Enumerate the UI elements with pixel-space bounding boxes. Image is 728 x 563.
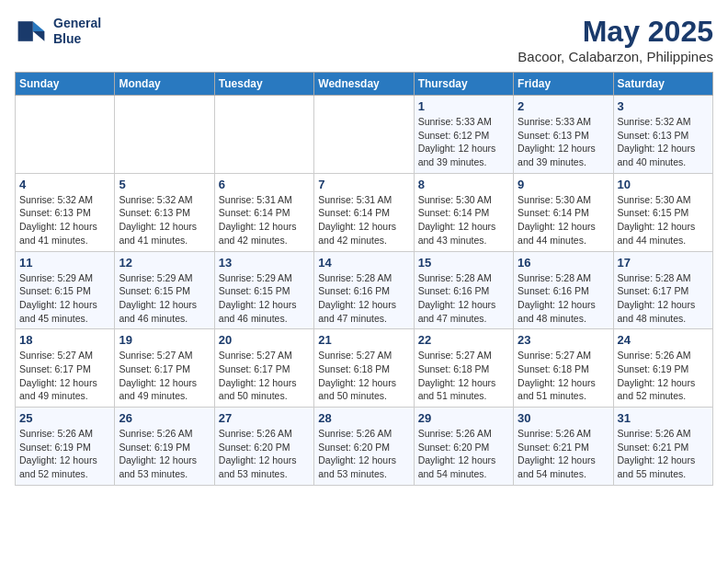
calendar-week-row: 11Sunrise: 5:29 AM Sunset: 6:15 PM Dayli… bbox=[16, 251, 713, 329]
day-info: Sunrise: 5:27 AM Sunset: 6:17 PM Dayligh… bbox=[119, 349, 210, 403]
day-info: Sunrise: 5:29 AM Sunset: 6:15 PM Dayligh… bbox=[119, 271, 210, 326]
column-header-thursday: Thursday bbox=[414, 73, 513, 96]
day-number: 8 bbox=[418, 178, 509, 191]
calendar-cell: 28Sunrise: 5:26 AM Sunset: 6:20 PM Dayli… bbox=[314, 408, 414, 486]
column-header-friday: Friday bbox=[514, 73, 613, 96]
title-block: May 2025 Bacoor, Calabarzon, Philippines bbox=[518, 15, 713, 64]
calendar-week-row: 1Sunrise: 5:33 AM Sunset: 6:12 PM Daylig… bbox=[16, 96, 713, 174]
calendar-cell: 19Sunrise: 5:27 AM Sunset: 6:17 PM Dayli… bbox=[115, 329, 214, 408]
day-number: 6 bbox=[219, 178, 310, 191]
day-number: 5 bbox=[119, 178, 210, 191]
calendar-cell: 1Sunrise: 5:33 AM Sunset: 6:12 PM Daylig… bbox=[414, 96, 513, 174]
calendar-cell: 9Sunrise: 5:30 AM Sunset: 6:14 PM Daylig… bbox=[514, 173, 613, 251]
calendar-cell: 29Sunrise: 5:26 AM Sunset: 6:20 PM Dayli… bbox=[414, 408, 513, 486]
day-info: Sunrise: 5:30 AM Sunset: 6:15 PM Dayligh… bbox=[618, 193, 709, 247]
day-number: 29 bbox=[418, 411, 509, 425]
main-title: May 2025 bbox=[518, 15, 713, 49]
calendar-week-row: 4Sunrise: 5:32 AM Sunset: 6:13 PM Daylig… bbox=[16, 173, 713, 251]
calendar-cell: 16Sunrise: 5:28 AM Sunset: 6:16 PM Dayli… bbox=[514, 251, 613, 329]
calendar-cell: 12Sunrise: 5:29 AM Sunset: 6:15 PM Dayli… bbox=[115, 251, 214, 329]
day-info: Sunrise: 5:26 AM Sunset: 6:21 PM Dayligh… bbox=[618, 427, 709, 481]
day-number: 3 bbox=[618, 99, 709, 113]
calendar-cell: 7Sunrise: 5:31 AM Sunset: 6:14 PM Daylig… bbox=[314, 173, 414, 251]
calendar-table: SundayMondayTuesdayWednesdayThursdayFrid… bbox=[15, 72, 713, 486]
day-info: Sunrise: 5:29 AM Sunset: 6:15 PM Dayligh… bbox=[19, 271, 110, 326]
day-number: 21 bbox=[318, 333, 409, 347]
calendar-cell: 11Sunrise: 5:29 AM Sunset: 6:15 PM Dayli… bbox=[16, 251, 115, 329]
calendar-cell: 17Sunrise: 5:28 AM Sunset: 6:17 PM Dayli… bbox=[613, 251, 712, 329]
day-number: 22 bbox=[418, 333, 509, 347]
day-number: 9 bbox=[518, 178, 609, 191]
day-info: Sunrise: 5:27 AM Sunset: 6:17 PM Dayligh… bbox=[219, 349, 310, 403]
logo-line2: Blue bbox=[53, 31, 101, 47]
day-info: Sunrise: 5:31 AM Sunset: 6:14 PM Dayligh… bbox=[318, 193, 409, 247]
subtitle: Bacoor, Calabarzon, Philippines bbox=[518, 49, 713, 64]
calendar-cell: 13Sunrise: 5:29 AM Sunset: 6:15 PM Dayli… bbox=[214, 251, 313, 329]
day-number: 17 bbox=[618, 256, 709, 270]
day-info: Sunrise: 5:26 AM Sunset: 6:20 PM Dayligh… bbox=[418, 427, 509, 481]
calendar-cell: 10Sunrise: 5:30 AM Sunset: 6:15 PM Dayli… bbox=[613, 173, 712, 251]
day-info: Sunrise: 5:28 AM Sunset: 6:17 PM Dayligh… bbox=[618, 271, 709, 326]
calendar-cell: 3Sunrise: 5:32 AM Sunset: 6:13 PM Daylig… bbox=[613, 96, 712, 174]
calendar-cell: 23Sunrise: 5:27 AM Sunset: 6:18 PM Dayli… bbox=[514, 329, 613, 408]
calendar-cell: 24Sunrise: 5:26 AM Sunset: 6:19 PM Dayli… bbox=[613, 329, 712, 408]
day-info: Sunrise: 5:27 AM Sunset: 6:18 PM Dayligh… bbox=[418, 349, 509, 403]
day-number: 14 bbox=[318, 256, 409, 270]
calendar-cell: 27Sunrise: 5:26 AM Sunset: 6:20 PM Dayli… bbox=[214, 408, 313, 486]
calendar-cell: 22Sunrise: 5:27 AM Sunset: 6:18 PM Dayli… bbox=[414, 329, 513, 408]
day-number: 7 bbox=[318, 178, 409, 191]
calendar-cell: 31Sunrise: 5:26 AM Sunset: 6:21 PM Dayli… bbox=[613, 408, 712, 486]
day-number: 23 bbox=[518, 333, 609, 347]
calendar-cell: 26Sunrise: 5:26 AM Sunset: 6:19 PM Dayli… bbox=[115, 408, 214, 486]
day-info: Sunrise: 5:30 AM Sunset: 6:14 PM Dayligh… bbox=[418, 193, 509, 247]
day-number: 24 bbox=[618, 333, 709, 347]
logo-line1: General bbox=[53, 16, 101, 31]
svg-rect-3 bbox=[18, 21, 33, 41]
page-header: General Blue May 2025 Bacoor, Calabarzon… bbox=[15, 15, 713, 64]
day-info: Sunrise: 5:26 AM Sunset: 6:21 PM Dayligh… bbox=[518, 427, 609, 481]
day-info: Sunrise: 5:32 AM Sunset: 6:13 PM Dayligh… bbox=[119, 193, 210, 247]
day-info: Sunrise: 5:33 AM Sunset: 6:12 PM Dayligh… bbox=[418, 115, 509, 169]
day-number: 12 bbox=[119, 256, 210, 270]
day-info: Sunrise: 5:27 AM Sunset: 6:18 PM Dayligh… bbox=[318, 349, 409, 403]
calendar-cell bbox=[214, 96, 313, 174]
day-number: 18 bbox=[19, 333, 110, 347]
day-number: 10 bbox=[618, 178, 709, 191]
day-info: Sunrise: 5:28 AM Sunset: 6:16 PM Dayligh… bbox=[418, 271, 509, 326]
logo: General Blue bbox=[15, 15, 101, 48]
day-info: Sunrise: 5:33 AM Sunset: 6:13 PM Dayligh… bbox=[518, 115, 609, 169]
day-number: 4 bbox=[19, 178, 110, 191]
day-info: Sunrise: 5:28 AM Sunset: 6:16 PM Dayligh… bbox=[318, 271, 409, 326]
calendar-cell: 21Sunrise: 5:27 AM Sunset: 6:18 PM Dayli… bbox=[314, 329, 414, 408]
calendar-cell: 14Sunrise: 5:28 AM Sunset: 6:16 PM Dayli… bbox=[314, 251, 414, 329]
calendar-week-row: 18Sunrise: 5:27 AM Sunset: 6:17 PM Dayli… bbox=[16, 329, 713, 408]
calendar-cell: 15Sunrise: 5:28 AM Sunset: 6:16 PM Dayli… bbox=[414, 251, 513, 329]
calendar-cell: 4Sunrise: 5:32 AM Sunset: 6:13 PM Daylig… bbox=[16, 173, 115, 251]
calendar-cell: 8Sunrise: 5:30 AM Sunset: 6:14 PM Daylig… bbox=[414, 173, 513, 251]
day-number: 1 bbox=[418, 99, 509, 113]
column-header-monday: Monday bbox=[115, 73, 214, 96]
day-number: 15 bbox=[418, 256, 509, 270]
day-info: Sunrise: 5:31 AM Sunset: 6:14 PM Dayligh… bbox=[219, 193, 310, 247]
day-info: Sunrise: 5:32 AM Sunset: 6:13 PM Dayligh… bbox=[618, 115, 709, 169]
day-number: 25 bbox=[19, 411, 110, 425]
day-info: Sunrise: 5:26 AM Sunset: 6:20 PM Dayligh… bbox=[318, 427, 409, 481]
calendar-cell bbox=[314, 96, 414, 174]
calendar-cell: 30Sunrise: 5:26 AM Sunset: 6:21 PM Dayli… bbox=[514, 408, 613, 486]
day-info: Sunrise: 5:26 AM Sunset: 6:19 PM Dayligh… bbox=[119, 427, 210, 481]
calendar-cell: 18Sunrise: 5:27 AM Sunset: 6:17 PM Dayli… bbox=[16, 329, 115, 408]
column-header-saturday: Saturday bbox=[613, 73, 712, 96]
day-number: 28 bbox=[318, 411, 409, 425]
column-header-tuesday: Tuesday bbox=[214, 73, 313, 96]
column-header-wednesday: Wednesday bbox=[314, 73, 414, 96]
calendar-cell: 2Sunrise: 5:33 AM Sunset: 6:13 PM Daylig… bbox=[514, 96, 613, 174]
day-info: Sunrise: 5:32 AM Sunset: 6:13 PM Dayligh… bbox=[19, 193, 110, 247]
day-info: Sunrise: 5:26 AM Sunset: 6:19 PM Dayligh… bbox=[19, 427, 110, 481]
day-number: 20 bbox=[219, 333, 310, 347]
logo-icon bbox=[15, 15, 48, 48]
day-info: Sunrise: 5:30 AM Sunset: 6:14 PM Dayligh… bbox=[518, 193, 609, 247]
column-header-sunday: Sunday bbox=[16, 73, 115, 96]
day-number: 27 bbox=[219, 411, 310, 425]
day-info: Sunrise: 5:26 AM Sunset: 6:19 PM Dayligh… bbox=[618, 349, 709, 403]
day-number: 11 bbox=[19, 256, 110, 270]
